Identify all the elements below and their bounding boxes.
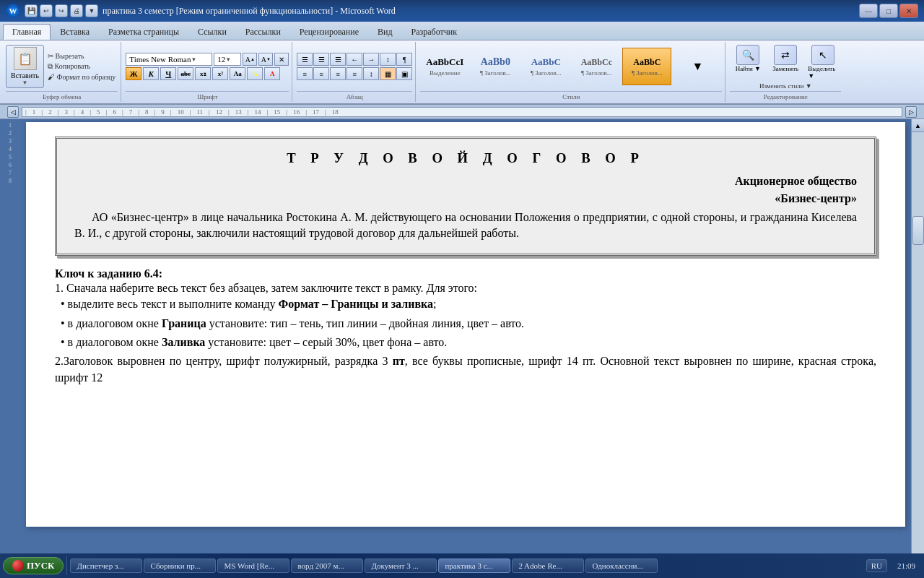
sort-btn[interactable]: ↕ bbox=[380, 53, 396, 66]
font-size-decrease-btn[interactable]: A▼ bbox=[258, 53, 273, 66]
more-qs-btn[interactable]: ▼ bbox=[85, 4, 98, 17]
document-page[interactable]: Т Р У Д О В О Й Д О Г О В О Р Акционерно… bbox=[26, 122, 905, 527]
font-color-btn[interactable]: A bbox=[264, 67, 280, 80]
highlight-color-btn[interactable]: A bbox=[247, 67, 263, 80]
style-more[interactable]: ▼ bbox=[673, 48, 722, 85]
tab-mailings[interactable]: Рассылки bbox=[236, 24, 290, 40]
shading-btn[interactable]: ▦ bbox=[380, 67, 396, 80]
select-button[interactable]: ↖ Выделить ▼ bbox=[805, 43, 841, 81]
scroll-up-btn[interactable]: ▲ bbox=[912, 119, 925, 132]
key-line-2: • выделите весь текст и выполните команд… bbox=[61, 296, 876, 312]
bold-button[interactable]: Ж bbox=[126, 67, 141, 80]
clipboard-group: 📋 Вставить ▼ ✂ Вырезать ⧉ Копировать 🖌 Ф… bbox=[3, 42, 121, 102]
style-default[interactable]: AaBbCcI Выделение bbox=[420, 48, 469, 85]
format-painter-button[interactable]: 🖌 Формат по образцу bbox=[45, 72, 118, 82]
underline-button[interactable]: Ч bbox=[160, 67, 176, 80]
taskbar-item-7[interactable]: 2 Adobe Re... bbox=[512, 558, 584, 573]
paragraph-content: ☰ ☰ ☰ ← → ↕ ¶ ≡ ≡ ≡ ≡ ↕ ▦ ▣ bbox=[297, 43, 412, 90]
tab-view[interactable]: Вид bbox=[368, 24, 402, 40]
style-heading2[interactable]: AaBbC ¶ Заголов... bbox=[521, 48, 570, 85]
paste-dropdown[interactable]: ▼ bbox=[22, 79, 28, 86]
save-qs-btn[interactable]: 💾 bbox=[25, 4, 38, 17]
left-margin: 1 2 3 4 5 6 7 8 bbox=[0, 119, 20, 566]
align-left-btn[interactable]: ≡ bbox=[297, 67, 313, 80]
style-heading4[interactable]: AaBbC ¶ Заголов... bbox=[622, 48, 671, 85]
copy-button[interactable]: ⧉ Копировать bbox=[45, 61, 118, 72]
vertical-scrollbar[interactable]: ▲ ▼ bbox=[911, 119, 924, 566]
taskbar-item-8[interactable]: Одноклассни... bbox=[585, 558, 658, 573]
tab-pagelayout[interactable]: Разметка страницы bbox=[99, 24, 188, 40]
strikethrough-button[interactable]: abc bbox=[178, 67, 193, 80]
line-spacing-btn[interactable]: ↕ bbox=[363, 67, 379, 80]
taskbar-item-6[interactable]: практика 3 с... bbox=[438, 558, 510, 573]
ruler: ◁ | 1 | 2 | 3 | 4 | 5 | 6 | 7 | 8 | 9 | … bbox=[0, 105, 924, 119]
borders-btn[interactable]: ▣ bbox=[396, 67, 412, 80]
print-qs-btn[interactable]: 🖨 bbox=[70, 4, 83, 17]
indent-increase-btn[interactable]: → bbox=[363, 53, 379, 66]
font-name-arrow[interactable]: ▼ bbox=[191, 56, 196, 63]
key-title: Ключ к заданию 6.4: bbox=[55, 267, 162, 280]
style-heading1[interactable]: AaBb0 ¶ Заголов... bbox=[471, 48, 520, 85]
paste-button[interactable]: 📋 Вставить ▼ bbox=[6, 45, 44, 88]
superscript-button[interactable]: x² bbox=[212, 67, 228, 80]
subscript-button[interactable]: x₂ bbox=[195, 67, 211, 80]
font-name-dropdown[interactable]: Times New Roman ▼ bbox=[126, 53, 212, 66]
minimize-btn[interactable]: — bbox=[859, 4, 878, 18]
align-center-btn[interactable]: ≡ bbox=[313, 67, 329, 80]
tab-developer[interactable]: Разработчик bbox=[402, 24, 467, 40]
align-right-btn[interactable]: ≡ bbox=[330, 67, 346, 80]
clear-format-btn[interactable]: ✕ bbox=[274, 53, 289, 66]
tab-review[interactable]: Рецензирование bbox=[290, 24, 368, 40]
styles-gallery: AaBbCcI Выделение AaBb0 ¶ Заголов... AaB… bbox=[420, 48, 722, 85]
maximize-btn[interactable]: □ bbox=[879, 4, 898, 18]
key-line-4: • в диалоговом окне Заливка установите: … bbox=[61, 335, 876, 350]
numbering-btn[interactable]: ☰ bbox=[313, 53, 329, 66]
pilcrow-btn[interactable]: ¶ bbox=[396, 53, 412, 66]
italic-button[interactable]: К bbox=[143, 67, 159, 80]
start-button[interactable]: ПУСК bbox=[3, 557, 64, 574]
close-btn[interactable]: ✕ bbox=[899, 4, 918, 18]
scroll-thumb[interactable] bbox=[912, 216, 924, 245]
align-justify-btn[interactable]: ≡ bbox=[346, 67, 362, 80]
bold-text-2: Граница bbox=[162, 317, 206, 329]
main-area: 1 2 3 4 5 6 7 8 Т Р У Д О В О Й Д О Г О … bbox=[0, 119, 924, 566]
document-content: Т Р У Д О В О Й Д О Г О В О Р Акционерно… bbox=[55, 137, 876, 386]
redo-qs-btn[interactable]: ↪ bbox=[55, 4, 68, 17]
ruler-left-btn[interactable]: ◁ bbox=[7, 106, 19, 118]
tab-home[interactable]: Главная bbox=[3, 24, 51, 40]
paste-label: Вставить bbox=[11, 72, 39, 79]
undo-qs-btn[interactable]: ↩ bbox=[40, 4, 53, 17]
taskbar-item-3[interactable]: MS Word [Re... bbox=[217, 558, 289, 573]
styles-label: Стили bbox=[420, 91, 722, 100]
find-button[interactable]: 🔍 Найти ▼ bbox=[730, 43, 766, 81]
clipboard-content: 📋 Вставить ▼ ✂ Вырезать ⧉ Копировать 🖌 Ф… bbox=[6, 43, 118, 90]
taskbar-item-2[interactable]: Сборники пр... bbox=[144, 558, 216, 573]
case-button[interactable]: Aa bbox=[230, 67, 245, 80]
ruler-right-btn[interactable]: ▷ bbox=[905, 106, 917, 118]
font-name-row: Times New Roman ▼ 12 ▼ A▲ A▼ ✕ bbox=[126, 53, 289, 66]
cut-button[interactable]: ✂ Вырезать bbox=[45, 51, 118, 61]
tab-references[interactable]: Ссылки bbox=[188, 24, 236, 40]
font-size-increase-btn[interactable]: A▲ bbox=[243, 53, 257, 66]
font-controls: Times New Roman ▼ 12 ▼ A▲ A▼ ✕ Ж К Ч abc bbox=[126, 53, 289, 80]
page-area: Т Р У Д О В О Й Д О Г О В О Р Акционерно… bbox=[20, 119, 911, 566]
tab-insert[interactable]: Вставка bbox=[51, 24, 99, 40]
font-size-dropdown[interactable]: 12 ▼ bbox=[214, 53, 241, 66]
bold-text-4: пт bbox=[393, 355, 405, 367]
font-size-arrow[interactable]: ▼ bbox=[225, 56, 231, 63]
document-title: Т Р У Д О В О Й Д О Г О В О Р bbox=[74, 150, 857, 166]
scroll-track[interactable] bbox=[912, 132, 925, 553]
language-indicator[interactable]: RU bbox=[866, 559, 887, 572]
taskbar-item-1[interactable]: Диспетчер з... bbox=[70, 558, 142, 573]
taskbar-item-4[interactable]: ворд 2007 м... bbox=[291, 558, 363, 573]
change-styles-btn[interactable]: Изменить стили ▼ bbox=[730, 82, 841, 90]
style-heading3[interactable]: AaBbCc ¶ Заголов... bbox=[572, 48, 621, 85]
replace-button[interactable]: ⇄ Заменить bbox=[767, 43, 803, 81]
key-line-1: 1. Сначала наберите весь текст без абзац… bbox=[55, 280, 876, 296]
bullets-btn[interactable]: ☰ bbox=[297, 53, 313, 66]
key-title-line: Ключ к заданию 6.4: bbox=[55, 267, 876, 280]
multilevel-btn[interactable]: ☰ bbox=[330, 53, 346, 66]
taskbar-item-5[interactable]: Документ 3 ... bbox=[365, 558, 437, 573]
indent-decrease-btn[interactable]: ← bbox=[346, 53, 362, 66]
doc-body-text: АО «Бизнес-центр» в лице начальника Рост… bbox=[74, 210, 857, 242]
